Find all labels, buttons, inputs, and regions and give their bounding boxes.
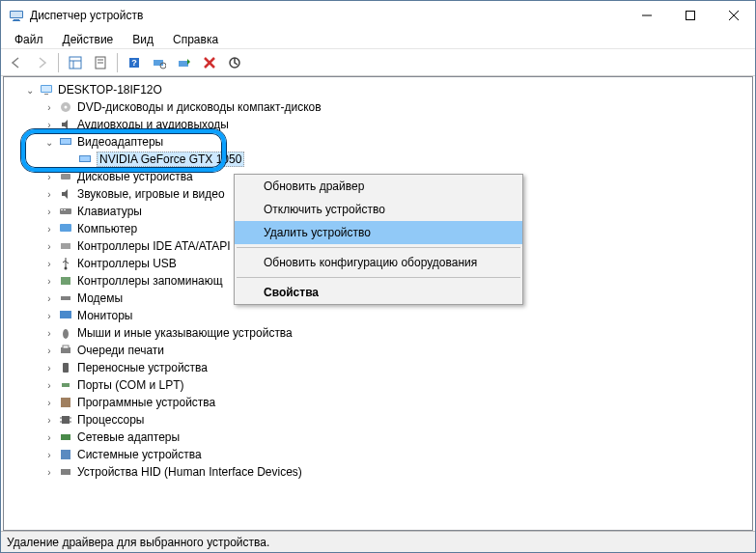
tree-node-video-adapters[interactable]: ⌄Видеоадаптеры bbox=[4, 133, 752, 151]
tree-node[interactable]: ›Мыши и иные указывающие устройства bbox=[4, 324, 752, 342]
node-label: Контроллеры USB bbox=[77, 257, 177, 270]
expand-icon[interactable]: › bbox=[42, 205, 56, 218]
update-driver-button[interactable] bbox=[173, 51, 196, 74]
help-button[interactable]: ? bbox=[123, 51, 146, 74]
tree-node[interactable]: ›Аудиовходы и аудиовыходы bbox=[4, 116, 752, 133]
svg-rect-8 bbox=[70, 57, 81, 69]
expand-icon[interactable]: › bbox=[42, 326, 56, 340]
uninstall-button[interactable] bbox=[198, 51, 221, 74]
expand-icon[interactable]: › bbox=[42, 309, 56, 322]
expand-icon[interactable]: › bbox=[42, 257, 56, 270]
expand-icon[interactable]: › bbox=[42, 291, 56, 305]
svg-rect-36 bbox=[61, 243, 70, 249]
expand-icon[interactable]: › bbox=[42, 222, 56, 235]
expand-icon[interactable]: › bbox=[42, 413, 56, 427]
device-tree-panel[interactable]: ⌄ DESKTOP-18IF12O ›DVD-дисководы и диско… bbox=[3, 76, 753, 531]
svg-rect-34 bbox=[64, 209, 66, 210]
display-adapter-icon bbox=[77, 152, 93, 167]
disable-button[interactable] bbox=[223, 51, 246, 74]
svg-rect-32 bbox=[60, 208, 71, 214]
menu-view[interactable]: Вид bbox=[125, 31, 161, 48]
node-label: NVIDIA GeForce GTX 1050 bbox=[97, 152, 244, 167]
node-label: Системные устройства bbox=[77, 448, 202, 461]
expand-icon[interactable]: › bbox=[42, 465, 56, 479]
svg-rect-39 bbox=[61, 296, 70, 300]
expand-icon[interactable]: › bbox=[42, 274, 56, 288]
print-queue-icon bbox=[58, 343, 73, 358]
node-label: Мыши и иные указывающие устройства bbox=[77, 326, 293, 340]
svg-rect-33 bbox=[61, 209, 63, 210]
close-button[interactable] bbox=[712, 1, 755, 30]
svg-rect-44 bbox=[63, 363, 69, 373]
svg-rect-3 bbox=[13, 20, 20, 21]
context-rescan-hardware[interactable]: Обновить конфигурацию оборудования bbox=[235, 251, 522, 274]
expand-icon[interactable]: › bbox=[42, 430, 56, 444]
tree-node[interactable]: ›Системные устройства bbox=[4, 446, 752, 463]
context-properties[interactable]: Свойства bbox=[235, 281, 522, 304]
node-label: Контроллеры запоминающ bbox=[77, 274, 223, 288]
menu-action[interactable]: Действие bbox=[55, 31, 122, 48]
hid-icon bbox=[58, 464, 73, 480]
expand-icon[interactable]: › bbox=[42, 100, 56, 114]
tree-node[interactable]: ›Порты (COM и LPT) bbox=[4, 376, 752, 394]
tree-node[interactable]: ›Мониторы bbox=[4, 307, 752, 324]
expand-icon[interactable]: › bbox=[42, 170, 56, 183]
expand-icon[interactable]: › bbox=[42, 361, 56, 374]
back-button[interactable] bbox=[5, 51, 28, 74]
monitor-icon bbox=[58, 308, 73, 323]
tree-node[interactable]: ›Процессоры bbox=[4, 411, 752, 429]
software-device-icon bbox=[58, 395, 73, 410]
svg-rect-5 bbox=[686, 12, 694, 20]
tree-node[interactable]: ›Переносные устройства bbox=[4, 359, 752, 376]
svg-rect-53 bbox=[61, 450, 70, 459]
minimize-button[interactable] bbox=[625, 1, 668, 30]
node-label: Аудиовходы и аудиовыходы bbox=[77, 118, 229, 131]
network-adapter-icon bbox=[58, 429, 73, 445]
expand-icon[interactable]: ⌄ bbox=[23, 83, 37, 97]
scan-hardware-button[interactable] bbox=[148, 51, 171, 74]
svg-rect-46 bbox=[61, 398, 70, 407]
tree-node[interactable]: ›Устройства HID (Human Interface Devices… bbox=[4, 463, 752, 481]
svg-rect-40 bbox=[60, 311, 71, 318]
tree-node[interactable]: ›Сетевые адаптеры bbox=[4, 429, 752, 446]
expand-icon[interactable]: › bbox=[42, 239, 56, 253]
tree-node[interactable]: ›Очереди печати bbox=[4, 342, 752, 359]
toolbar-separator bbox=[58, 53, 59, 72]
context-disable-device[interactable]: Отключить устройство bbox=[235, 198, 522, 221]
svg-point-41 bbox=[63, 329, 69, 339]
svg-rect-2 bbox=[14, 19, 19, 20]
statusbar: Удаление драйвера для выбранного устройс… bbox=[1, 531, 755, 552]
expand-icon[interactable]: › bbox=[42, 118, 56, 131]
root-node[interactable]: ⌄ DESKTOP-18IF12O bbox=[4, 81, 752, 98]
app-icon bbox=[9, 8, 24, 23]
menu-file[interactable]: Файл bbox=[7, 31, 51, 48]
svg-rect-47 bbox=[62, 416, 70, 424]
expand-icon[interactable]: › bbox=[42, 396, 56, 409]
node-label: Модемы bbox=[77, 291, 123, 305]
expand-icon[interactable]: › bbox=[42, 187, 56, 201]
show-tree-button[interactable] bbox=[64, 51, 87, 74]
tree-node[interactable]: ›Программные устройства bbox=[4, 394, 752, 411]
svg-rect-45 bbox=[62, 383, 70, 387]
expand-icon[interactable]: › bbox=[42, 378, 56, 392]
context-remove-device[interactable]: Удалить устройство bbox=[235, 221, 522, 244]
expand-icon[interactable]: › bbox=[42, 448, 56, 461]
svg-rect-30 bbox=[80, 156, 90, 161]
tree-node-gpu[interactable]: ›NVIDIA GeForce GTX 1050 bbox=[4, 151, 752, 168]
tree-node[interactable]: ›DVD-дисководы и дисководы компакт-диско… bbox=[4, 98, 752, 116]
context-update-driver[interactable]: Обновить драйвер bbox=[235, 175, 522, 198]
properties-button[interactable] bbox=[89, 51, 112, 74]
expand-icon[interactable]: › bbox=[42, 344, 56, 357]
sound-icon bbox=[58, 186, 73, 202]
svg-rect-38 bbox=[61, 277, 70, 285]
maximize-button[interactable] bbox=[668, 1, 712, 30]
keyboard-icon bbox=[58, 204, 73, 219]
menu-help[interactable]: Справка bbox=[165, 31, 226, 48]
collapse-icon[interactable]: ⌄ bbox=[42, 135, 56, 149]
forward-button[interactable] bbox=[30, 51, 53, 74]
usb-icon bbox=[58, 256, 73, 271]
ide-icon bbox=[58, 238, 73, 254]
svg-rect-23 bbox=[42, 86, 51, 92]
window-title: Диспетчер устройств bbox=[30, 9, 625, 22]
svg-rect-28 bbox=[61, 139, 70, 144]
